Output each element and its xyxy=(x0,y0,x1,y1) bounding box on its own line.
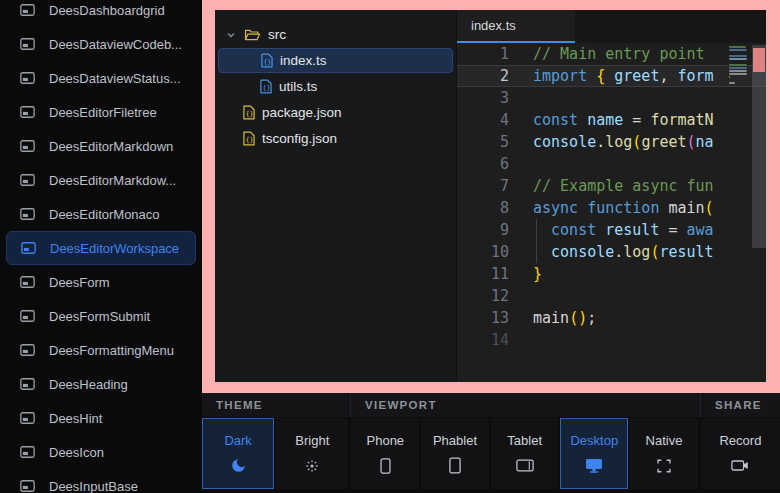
sidebar-item-deeseditormarkdown[interactable]: DeesEditorMarkdown xyxy=(0,129,202,163)
sidebar-item-deesdashboardgrid[interactable]: DeesDashboardgrid xyxy=(0,0,202,27)
sidebar-item-deeseditorworkspace[interactable]: DeesEditorWorkspace xyxy=(6,231,196,265)
minimap-line xyxy=(729,55,747,57)
component-icon xyxy=(20,174,35,186)
minimap-line xyxy=(729,64,747,66)
sidebar-item-label: DeesDataviewStatus... xyxy=(49,71,181,86)
code-token: = xyxy=(623,111,650,129)
code-token: const xyxy=(533,111,587,129)
sidebar-item-deesinputbase[interactable]: DeesInputBase xyxy=(0,469,202,493)
tree-item-label: index.ts xyxy=(280,53,327,68)
component-icon xyxy=(20,4,35,16)
code-token: awa xyxy=(687,221,714,239)
code-token: ( xyxy=(687,133,696,151)
tree-item-tsconfig-json[interactable]: {}tsconfig.json xyxy=(218,126,453,151)
line-text: const name = formatN xyxy=(509,109,766,131)
line-number: 4 xyxy=(457,109,509,131)
record-button[interactable]: Record xyxy=(701,418,780,489)
bright-button[interactable]: Bright xyxy=(276,418,348,489)
tree-item-label: utils.ts xyxy=(279,79,317,94)
line-number: 9 xyxy=(457,219,509,241)
sidebar-item-deeseditorfiletree[interactable]: DeesEditorFiletree xyxy=(0,95,202,129)
native-button[interactable]: Native xyxy=(630,418,698,489)
sidebar-item-deesformsubmit[interactable]: DeesFormSubmit xyxy=(0,299,202,333)
json-file-icon: {} xyxy=(243,131,255,146)
preview-toolbar: THEMEVIEWPORTSHARE DarkBrightPhonePhable… xyxy=(202,393,780,493)
editor-tab-bar: index.ts xyxy=(457,10,766,43)
phone-button[interactable]: Phone xyxy=(351,418,419,489)
desktop-button[interactable]: Desktop xyxy=(560,418,628,489)
desktop-icon xyxy=(585,457,603,474)
button-label: Phablet xyxy=(433,433,477,448)
code-line: 3 xyxy=(457,87,766,109)
component-icon xyxy=(20,38,35,50)
line-text: console.log(greet(na xyxy=(509,131,766,153)
code-line: 11} xyxy=(457,263,766,285)
moon-icon xyxy=(230,457,247,474)
sidebar-item-label: DeesForm xyxy=(49,275,110,290)
sidebar-item-deeseditormarkdow[interactable]: DeesEditorMarkdow... xyxy=(0,163,202,197)
sidebar-item-deesicon[interactable]: DeesIcon xyxy=(0,435,202,469)
code-token: async xyxy=(533,199,578,217)
toolbar-section-headers: THEMEVIEWPORTSHARE xyxy=(202,393,780,417)
code-editor[interactable]: index.ts 1// Main entry point2import { g… xyxy=(457,10,766,382)
tree-item-package-json[interactable]: {}package.json xyxy=(218,100,453,125)
tree-item-label: package.json xyxy=(262,105,342,120)
code-line: 6 xyxy=(457,153,766,175)
sidebar-item-deesdataviewstatus[interactable]: DeesDataviewStatus... xyxy=(0,61,202,95)
section-share: Record xyxy=(701,418,780,489)
code-lines[interactable]: 1// Main entry point2import { greet, for… xyxy=(457,43,766,382)
sidebar-item-deesdataviewcodeb[interactable]: DeesDataviewCodeb... xyxy=(0,27,202,61)
code-token: formatN xyxy=(650,111,713,129)
sidebar-item-label: DeesIcon xyxy=(49,445,104,460)
component-icon xyxy=(21,242,36,254)
minimap-line xyxy=(729,70,747,72)
code-line: 5console.log(greet(na xyxy=(457,131,766,153)
sidebar-item-deeseditormonaco[interactable]: DeesEditorMonaco xyxy=(0,197,202,231)
code-token: greet xyxy=(614,67,659,85)
minimap-line xyxy=(729,49,747,51)
component-sidebar: DeesDashboardgridDeesDataviewCodeb...Dee… xyxy=(0,0,202,493)
tree-item-utils-ts[interactable]: {}utils.ts xyxy=(218,74,453,99)
tree-item-index-ts[interactable]: {}index.ts xyxy=(218,48,453,73)
svg-text:{}: {} xyxy=(263,58,271,66)
svg-text:{}: {} xyxy=(245,136,253,144)
line-number: 2 xyxy=(457,65,509,87)
minimap[interactable] xyxy=(729,46,749,88)
tree-item-label: tsconfig.json xyxy=(262,131,337,146)
ts-file-icon: {} xyxy=(260,79,272,94)
tab-index-ts[interactable]: index.ts xyxy=(457,10,575,43)
minimap-line xyxy=(729,82,735,84)
line-text xyxy=(509,329,766,351)
dark-button[interactable]: Dark xyxy=(202,418,274,489)
sidebar-item-deesheading[interactable]: DeesHeading xyxy=(0,367,202,401)
native-icon xyxy=(657,457,671,474)
line-number: 12 xyxy=(457,285,509,307)
vertical-scrollbar[interactable] xyxy=(752,45,766,248)
sidebar-item-deeshint[interactable]: DeesHint xyxy=(0,401,202,435)
component-icon xyxy=(20,344,35,356)
sidebar-item-deesformattingmenu[interactable]: DeesFormattingMenu xyxy=(0,333,202,367)
tablet-button[interactable]: Tablet xyxy=(491,418,559,489)
line-text: // Main entry point xyxy=(509,43,766,65)
svg-text:{}: {} xyxy=(245,110,253,118)
sidebar-item-deesform[interactable]: DeesForm xyxy=(0,265,202,299)
code-token: main xyxy=(533,309,569,327)
file-tree-panel: src{}index.ts{}utils.ts{}package.json{}t… xyxy=(215,10,457,382)
button-label: Native xyxy=(646,433,683,448)
code-token: log xyxy=(623,243,650,261)
code-token: name xyxy=(587,111,623,129)
sidebar-item-label: DeesDashboardgrid xyxy=(49,3,165,18)
chevron-down-icon xyxy=(226,30,237,40)
code-line: 9 const result = awa xyxy=(457,219,766,241)
app-root: DeesDashboardgridDeesDataviewCodeb...Dee… xyxy=(0,0,780,493)
code-token: main xyxy=(668,199,704,217)
line-number: 14 xyxy=(457,329,509,351)
code-line: 10 console.log(result xyxy=(457,241,766,263)
tree-item-src[interactable]: src xyxy=(218,22,453,47)
code-token: // Main entry point xyxy=(533,45,705,63)
sun-icon xyxy=(304,457,320,474)
code-line: 13main(); xyxy=(457,307,766,329)
code-token: { xyxy=(596,67,605,85)
phablet-button[interactable]: Phablet xyxy=(421,418,489,489)
code-line: 8async function main( xyxy=(457,197,766,219)
